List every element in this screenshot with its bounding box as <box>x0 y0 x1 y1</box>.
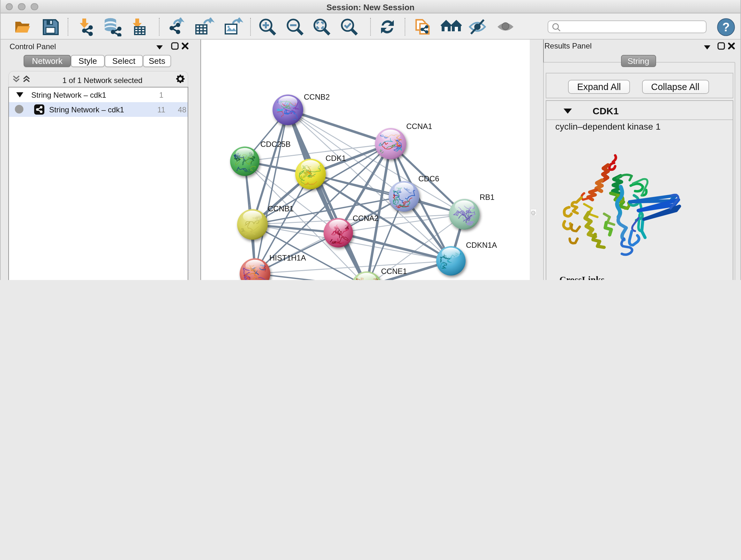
svg-text:CCNA1: CCNA1 <box>406 122 432 131</box>
svg-text:CCNA2: CCNA2 <box>353 214 379 223</box>
svg-text:CDC25B: CDC25B <box>260 140 291 148</box>
svg-text:CDC6: CDC6 <box>418 174 439 183</box>
svg-text:?: ? <box>722 20 730 34</box>
svg-text:HIST1H1A: HIST1H1A <box>269 253 306 262</box>
svg-text:CDKN1A: CDKN1A <box>466 241 497 249</box>
svg-text:RB1: RB1 <box>480 193 495 201</box>
svg-text:CCNB1: CCNB1 <box>268 204 293 213</box>
svg-text:CCNE1: CCNE1 <box>381 267 407 275</box>
svg-text:CDK1: CDK1 <box>326 154 346 163</box>
svg-text:CCNB2: CCNB2 <box>304 92 330 101</box>
